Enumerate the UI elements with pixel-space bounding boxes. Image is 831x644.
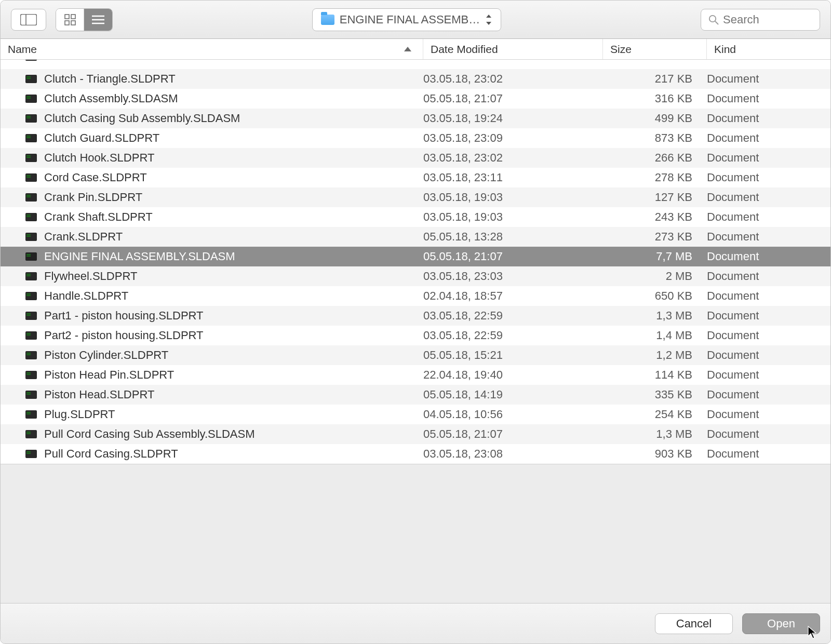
table-row[interactable]: Part1 - piston housing.SLDPRT03.05.18, 2… (1, 306, 830, 326)
header-size-label: Size (610, 43, 632, 56)
file-date-cell: 05.05.18, 15:21 (423, 348, 603, 362)
document-icon (25, 60, 37, 61)
table-row[interactable]: Clutch Hook.SLDPRT03.05.18, 23:02266 KBD… (1, 148, 830, 168)
file-size-cell: 1,2 MB (603, 348, 707, 362)
file-size-cell: 873 KB (603, 131, 707, 145)
file-name-label: Clutch Hook.SLDPRT (44, 151, 154, 165)
table-row[interactable]: Clutch - Triangle.SLDPRT03.05.18, 23:022… (1, 69, 830, 89)
table-row[interactable]: Flywheel.SLDPRT03.05.18, 23:032 MBDocume… (1, 266, 830, 286)
table-row[interactable]: Handle.SLDPRT02.04.18, 18:57650 KBDocume… (1, 286, 830, 306)
table-row[interactable]: Piston Cylinder.SLDPRT05.05.18, 15:211,2… (1, 345, 830, 365)
open-button[interactable]: Open (742, 613, 820, 634)
table-row[interactable]: Clutch Casing Sub Assembly.SLDASM03.05.1… (1, 109, 830, 128)
header-name-label: Name (8, 43, 37, 56)
file-date-cell: 03.05.18, 23:08 (423, 447, 603, 461)
file-name-label: Crank.SLDPRT (44, 230, 123, 244)
file-date-cell: 03.05.18, 23:02 (423, 72, 603, 86)
file-name-cell: Handle.SLDPRT (1, 289, 423, 303)
document-icon (25, 114, 37, 123)
file-name-label: Part1 - piston housing.SLDPRT (44, 309, 204, 323)
document-icon (25, 410, 37, 419)
file-kind-cell: Document (707, 270, 830, 283)
header-kind-label: Kind (714, 43, 736, 56)
svg-rect-3 (71, 15, 75, 19)
table-row[interactable]: Crank Pin.SLDPRT03.05.18, 19:03127 KBDoc… (1, 187, 830, 207)
toggle-sidebar-button[interactable] (11, 9, 46, 31)
file-date-cell: 03.05.18, 23:03 (423, 270, 603, 283)
file-kind-cell: Document (707, 427, 830, 441)
file-size-cell: 266 KB (603, 151, 707, 165)
document-icon (25, 391, 37, 399)
search-input[interactable] (723, 13, 812, 26)
file-size-cell: 273 KB (603, 230, 707, 244)
file-name-cell: Clutch Assembly.SLDASM (1, 92, 423, 105)
document-icon (25, 272, 37, 280)
chevron-updown-icon (485, 15, 492, 25)
file-date-cell: 03.05.18, 23:09 (423, 131, 603, 145)
file-size-cell: 650 KB (603, 289, 707, 303)
file-kind-cell: Document (707, 408, 830, 421)
file-kind-cell: Document (707, 368, 830, 382)
file-date-cell: 02.04.18, 18:57 (423, 289, 603, 303)
table-row[interactable]: Cord Case.SLDPRT03.05.18, 23:11278 KBDoc… (1, 168, 830, 187)
file-date-cell: 05.05.18, 14:19 (423, 388, 603, 401)
table-row[interactable]: Part2 - piston housing.SLDPRT03.05.18, 2… (1, 326, 830, 345)
file-name-cell: ENGINE FINAL ASSEMBLY.SLDASM (1, 250, 423, 263)
file-kind-cell: Document (707, 92, 830, 105)
file-size-cell: 217 KB (603, 72, 707, 86)
table-row[interactable]: Piston Head.SLDPRT05.05.18, 14:19335 KBD… (1, 385, 830, 405)
file-name-cell: Crank Pin.SLDPRT (1, 191, 423, 204)
header-name[interactable]: Name (1, 39, 423, 59)
table-row[interactable]: ENGINE FINAL ASSEMBLY.SLDASM05.05.18, 21… (1, 247, 830, 266)
file-size-cell: 127 KB (603, 191, 707, 204)
column-headers: Name Date Modified Size Kind (1, 39, 830, 60)
file-name-cell: Clutch Guard.SLDPRT (1, 131, 423, 145)
cancel-button[interactable]: Cancel (655, 613, 733, 634)
dialog-footer: Cancel Open (1, 603, 830, 643)
file-name-label: Plug.SLDPRT (44, 408, 115, 421)
file-kind-cell: Document (707, 348, 830, 362)
file-size-cell: 1,4 MB (603, 329, 707, 342)
table-row[interactable]: Plug.SLDPRT04.05.18, 10:56254 KBDocument (1, 405, 830, 424)
file-kind-cell: Document (707, 151, 830, 165)
table-row[interactable]: Clutch Assembly.SLDASM05.05.18, 21:07316… (1, 89, 830, 109)
file-name-label: Cord Case.SLDPRT (44, 171, 147, 184)
search-field[interactable] (701, 9, 820, 31)
view-list-button[interactable] (84, 9, 112, 31)
view-icons-button[interactable] (56, 9, 84, 31)
file-date-cell: 22.04.18, 19:40 (423, 368, 603, 382)
folder-dropdown[interactable]: ENGINE FINAL ASSEMB… (312, 8, 502, 31)
file-kind-cell: Document (707, 309, 830, 323)
file-size-cell: 243 KB (603, 210, 707, 224)
file-size-cell: 1,3 MB (603, 427, 707, 441)
document-icon (25, 233, 37, 241)
file-name-cell: Piston Head Pin.SLDPRT (1, 368, 423, 382)
svg-rect-2 (65, 15, 69, 19)
table-row[interactable]: Crank.SLDPRT05.05.18, 13:28273 KBDocumen… (1, 227, 830, 247)
file-name-label: Clutch - Triangle.SLDPRT (44, 72, 176, 86)
header-kind[interactable]: Kind (707, 39, 830, 59)
file-date-cell: 05.05.18, 21:07 (423, 427, 603, 441)
document-icon (25, 134, 37, 142)
file-kind-cell: Document (707, 210, 830, 224)
table-row[interactable]: Clutch Guard.SLDPRT03.05.18, 23:09873 KB… (1, 128, 830, 148)
table-row[interactable] (1, 60, 830, 69)
table-row[interactable]: Crank Shaft.SLDPRT03.05.18, 19:03243 KBD… (1, 207, 830, 227)
document-icon (25, 154, 37, 162)
table-row[interactable]: Pull Cord Casing Sub Assembly.SLDASM05.0… (1, 424, 830, 444)
document-icon (25, 292, 37, 300)
file-date-cell: 03.05.18, 23:02 (423, 151, 603, 165)
file-name-cell: Crank.SLDPRT (1, 230, 423, 244)
file-list[interactable]: Clutch - Triangle.SLDPRT03.05.18, 23:022… (1, 60, 830, 464)
table-row[interactable]: Piston Head Pin.SLDPRT22.04.18, 19:40114… (1, 365, 830, 385)
file-size-cell: 2 MB (603, 270, 707, 283)
toolbar: ENGINE FINAL ASSEMB… (1, 1, 830, 39)
table-row[interactable]: Pull Cord Casing.SLDPRT03.05.18, 23:0890… (1, 444, 830, 464)
file-kind-cell: Document (707, 250, 830, 263)
file-size-cell: 499 KB (603, 112, 707, 125)
header-date[interactable]: Date Modified (423, 39, 603, 59)
document-icon (25, 173, 37, 182)
header-size[interactable]: Size (603, 39, 707, 59)
file-size-cell: 7,7 MB (603, 250, 707, 263)
file-name-cell: Flywheel.SLDPRT (1, 270, 423, 283)
